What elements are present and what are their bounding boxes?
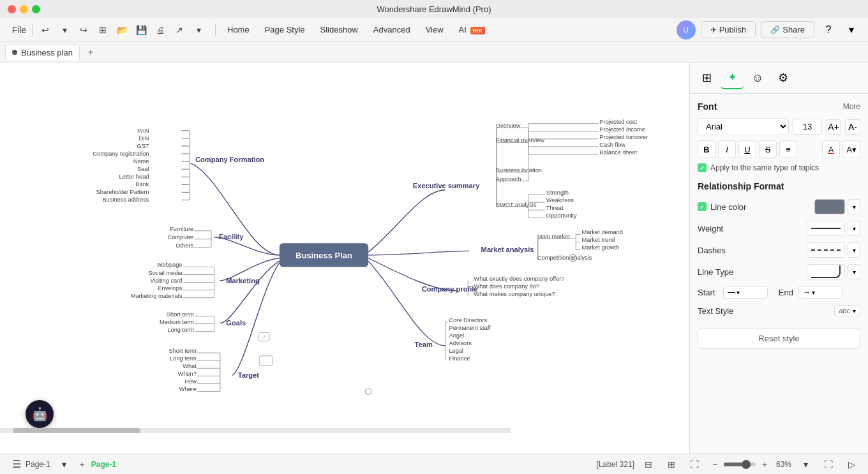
add-tab-button[interactable]: + bbox=[84, 45, 98, 59]
horizontal-scrollbar[interactable] bbox=[0, 428, 511, 433]
ai-assistant-button[interactable]: 🤖 bbox=[26, 400, 54, 428]
font-increase-button[interactable]: A+ bbox=[826, 119, 841, 135]
bold-button[interactable]: B bbox=[698, 140, 715, 158]
end-arrow-select[interactable]: →▾ bbox=[798, 286, 843, 299]
menu-slideshow[interactable]: Slideshow bbox=[314, 22, 364, 37]
title-bar: Wondershare EdrawMind (Pro) bbox=[0, 0, 868, 18]
svg-text:Business location: Business location bbox=[496, 167, 542, 174]
panel-tab-magic[interactable]: ✦ bbox=[721, 66, 744, 89]
dashes-dropdown[interactable]: ▾ bbox=[848, 242, 860, 258]
right-panel: ⊞ ✦ ☺ ⚙ Font More Arial A+ A- B I bbox=[689, 63, 868, 454]
mindmap-svg: .branch-label { font-size: 12px; fill: #… bbox=[0, 63, 689, 454]
weight-row: Weight ▾ bbox=[698, 221, 860, 236]
help-button[interactable]: ? bbox=[819, 21, 837, 39]
text-style-label: Text Style bbox=[698, 306, 733, 316]
font-color-button[interactable]: A bbox=[822, 140, 840, 158]
italic-button[interactable]: I bbox=[718, 140, 736, 158]
menu-view[interactable]: View bbox=[419, 22, 450, 37]
collapse-panel-button[interactable]: ▷ bbox=[842, 455, 860, 473]
apply-same-row: ✓ Apply to the same type of topics bbox=[698, 163, 860, 172]
multi-page-view-button[interactable]: ⊟ bbox=[640, 455, 657, 473]
share-button[interactable]: 🔗 Share bbox=[761, 21, 814, 38]
font-more[interactable]: More bbox=[843, 102, 860, 111]
zoom-out-button[interactable]: − bbox=[708, 458, 721, 471]
line-color-swatch[interactable] bbox=[814, 199, 845, 214]
tab-bar: Business plan + bbox=[0, 42, 868, 63]
panel-tab-face[interactable]: ☺ bbox=[746, 66, 769, 89]
svg-text:Overview: Overview bbox=[496, 122, 521, 129]
highlight-button[interactable]: A▾ bbox=[842, 140, 860, 158]
user-avatar[interactable]: U bbox=[677, 20, 696, 40]
menu-ai[interactable]: AI Hot bbox=[453, 22, 491, 37]
svg-text:Others: Others bbox=[176, 242, 193, 249]
tab-business-plan[interactable]: Business plan bbox=[5, 45, 80, 60]
grid-view-button[interactable]: ⊞ bbox=[662, 455, 680, 473]
maximize-button[interactable] bbox=[32, 5, 40, 13]
toolbar-separator bbox=[32, 24, 33, 36]
file-menu[interactable]: File bbox=[10, 21, 28, 39]
ai-hot-badge: Hot bbox=[470, 27, 485, 34]
font-family-select[interactable]: Arial bbox=[698, 118, 789, 135]
add-page-button[interactable]: + bbox=[73, 455, 91, 473]
menu-home[interactable]: Home bbox=[221, 22, 256, 37]
undo-button[interactable]: ↩ bbox=[36, 21, 54, 39]
weight-preview[interactable] bbox=[807, 221, 845, 236]
panel-tab-settings[interactable]: ⚙ bbox=[772, 66, 795, 89]
page-tab-active[interactable]: Page-1 bbox=[91, 460, 116, 469]
tab-dot bbox=[12, 50, 17, 55]
publish-button[interactable]: ✈ Publish bbox=[701, 21, 756, 38]
redo-button[interactable]: ↪ bbox=[75, 21, 93, 39]
line-type-dropdown[interactable]: ▾ bbox=[848, 264, 860, 279]
minimize-button[interactable] bbox=[20, 5, 28, 13]
canvas[interactable]: .branch-label { font-size: 12px; fill: #… bbox=[0, 63, 689, 454]
svg-text:Finance: Finance bbox=[449, 355, 470, 362]
window-controls[interactable] bbox=[8, 5, 40, 13]
menu-advanced[interactable]: Advanced bbox=[367, 22, 417, 37]
weight-dropdown[interactable]: ▾ bbox=[848, 221, 860, 236]
svg-text:When?: When? bbox=[177, 371, 196, 377]
zoom-dropdown[interactable]: ▾ bbox=[797, 455, 814, 473]
underline-button[interactable]: U bbox=[738, 140, 756, 158]
reset-style-button[interactable]: Reset style bbox=[698, 328, 860, 349]
page-tab-inactive[interactable]: Page-1 bbox=[26, 460, 50, 469]
more-button[interactable]: ▾ bbox=[842, 21, 860, 39]
menu-page-style[interactable]: Page Style bbox=[258, 22, 311, 37]
scrollbar-thumb-h[interactable] bbox=[13, 428, 140, 433]
line-type-preview[interactable] bbox=[807, 264, 845, 279]
svg-text:Market analysis: Market analysis bbox=[481, 246, 534, 253]
start-arrow-select[interactable]: —▾ bbox=[723, 286, 768, 299]
text-style-control[interactable]: abc ▾ bbox=[834, 305, 860, 316]
new-button[interactable]: ⊞ bbox=[94, 21, 112, 39]
start-label: Start bbox=[698, 288, 718, 297]
dashes-preview[interactable] bbox=[807, 242, 845, 258]
print-button[interactable]: 🖨 bbox=[151, 21, 169, 39]
toggle-sidebar-button[interactable]: ☰ bbox=[8, 455, 26, 473]
align-button[interactable]: ≡ bbox=[779, 140, 797, 158]
svg-text:Envelops: Envelops bbox=[158, 285, 182, 292]
export-button[interactable]: ↗ bbox=[170, 21, 188, 39]
panel-tab-style[interactable]: ⊞ bbox=[695, 66, 718, 89]
close-button[interactable] bbox=[8, 5, 16, 13]
export-dropdown[interactable]: ▾ bbox=[190, 21, 207, 39]
page-dropdown[interactable]: ▾ bbox=[56, 455, 73, 473]
font-size-input[interactable] bbox=[793, 119, 822, 135]
line-color-row: ✓ Line color ▾ bbox=[698, 199, 860, 214]
svg-text:Approach: Approach bbox=[496, 176, 521, 182]
open-button[interactable]: 📂 bbox=[113, 21, 131, 39]
line-type-row: Line Type ▾ bbox=[698, 264, 860, 279]
font-decrease-button[interactable]: A- bbox=[845, 119, 860, 135]
weight-label: Weight bbox=[698, 224, 723, 233]
line-color-checkbox[interactable]: ✓ bbox=[698, 202, 707, 211]
svg-text:Shareholder Pattern: Shareholder Pattern bbox=[96, 189, 149, 195]
undo-dropdown[interactable]: ▾ bbox=[56, 21, 73, 39]
dashes-control: ▾ bbox=[807, 242, 860, 258]
strikethrough-button[interactable]: S bbox=[759, 140, 777, 158]
zoom-in-button[interactable]: + bbox=[758, 458, 771, 471]
line-color-dropdown[interactable]: ▾ bbox=[848, 199, 860, 214]
fullscreen-button[interactable]: ⛶ bbox=[685, 455, 703, 473]
save-button[interactable]: 💾 bbox=[132, 21, 150, 39]
fit-to-screen-button[interactable]: ⛶ bbox=[819, 455, 837, 473]
svg-text:?: ? bbox=[571, 255, 574, 262]
svg-text:GST: GST bbox=[137, 143, 149, 149]
apply-same-checkbox[interactable]: ✓ bbox=[698, 163, 707, 172]
